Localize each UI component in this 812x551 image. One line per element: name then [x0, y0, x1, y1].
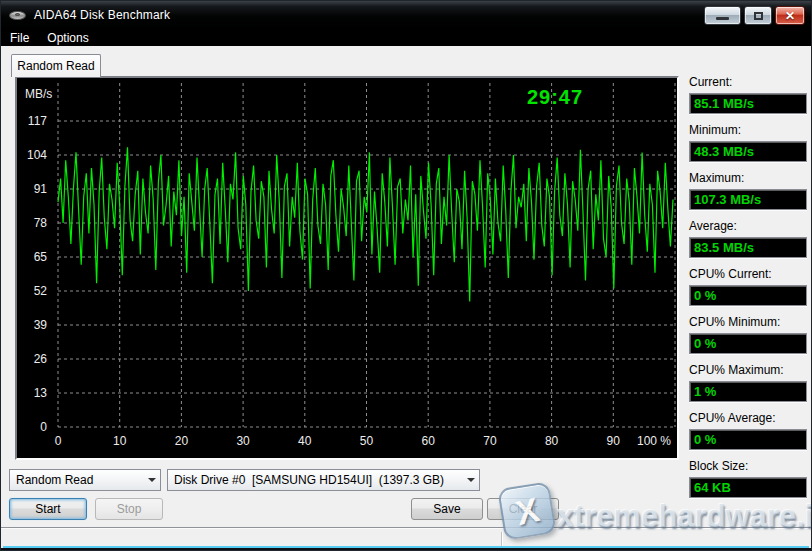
x-axis-tick: 40 [298, 434, 311, 448]
stat-label: CPU% Average: [689, 411, 807, 427]
stat-group: Current:85.1 MB/s [689, 75, 807, 114]
drive-select-dropdown-button[interactable] [462, 470, 479, 490]
stat-group: Average:83.5 MB/s [689, 219, 807, 258]
title-bar: AIDA64 Disk Benchmark ✕ [1, 1, 811, 29]
maximize-icon [754, 12, 763, 20]
stat-group: Block Size:64 KB [689, 459, 807, 498]
stat-label: Average: [689, 219, 807, 235]
y-axis-tick: 91 [17, 182, 47, 196]
x-axis-tick: 10 [113, 434, 126, 448]
stat-value: 83.5 MB/s [689, 237, 807, 258]
app-window: AIDA64 Disk Benchmark ✕ File Options Ran… [0, 0, 812, 551]
disk-icon [9, 8, 27, 22]
benchmark-type-dropdown-button[interactable] [143, 470, 160, 490]
x-axis-tick: 50 [360, 434, 373, 448]
drive-select[interactable]: Disk Drive #0 [SAMSUNG HD154UI] (1397.3 … [167, 469, 480, 491]
chevron-down-icon [148, 478, 156, 482]
y-axis-tick: 78 [17, 216, 47, 230]
x-axis-tick: 90 [607, 434, 620, 448]
stat-group: CPU% Maximum:1 % [689, 363, 807, 402]
maximize-button[interactable] [744, 6, 772, 25]
close-button[interactable]: ✕ [775, 6, 805, 25]
stat-value: 0 % [689, 429, 807, 450]
save-button[interactable]: Save [411, 498, 483, 520]
stat-group: CPU% Average:0 % [689, 411, 807, 450]
close-icon: ✕ [785, 10, 795, 22]
stat-value: 107.3 MB/s [689, 189, 807, 210]
benchmark-type-value: Random Read [16, 473, 143, 487]
x-axis-tick: 20 [175, 434, 188, 448]
y-axis-tick: 39 [17, 318, 47, 332]
y-axis-tick: 13 [17, 386, 47, 400]
stat-value: 0 % [689, 333, 807, 354]
window-controls: ✕ [704, 6, 805, 25]
chart-canvas [17, 78, 677, 458]
stat-label: CPU% Maximum: [689, 363, 807, 379]
tab-random-read[interactable]: Random Read [11, 54, 101, 77]
clear-button[interactable]: Clear [487, 498, 559, 520]
drive-select-value: Disk Drive #0 [SAMSUNG HD154UI] (1397.3 … [174, 473, 462, 487]
stat-group: CPU% Current:0 % [689, 267, 807, 306]
y-axis-tick: 65 [17, 250, 47, 264]
minimize-icon [716, 17, 729, 20]
window-title: AIDA64 Disk Benchmark [34, 8, 170, 22]
start-button[interactable]: Start [9, 498, 87, 520]
elapsed-timer: 29:47 [485, 86, 625, 109]
stat-value: 0 % [689, 285, 807, 306]
menu-item-file[interactable]: File [1, 30, 38, 46]
x-axis-tick: 0 [55, 434, 62, 448]
x-axis-tick: 30 [236, 434, 249, 448]
x-axis-tick: 100 % [637, 434, 671, 448]
minimize-button[interactable] [704, 6, 741, 25]
stat-value: 48.3 MB/s [689, 141, 807, 162]
chart-line [58, 147, 673, 301]
stat-value: 85.1 MB/s [689, 93, 807, 114]
menu-bar: File Options [1, 29, 811, 46]
stop-button[interactable]: Stop [95, 498, 163, 520]
x-axis-tick: 60 [422, 434, 435, 448]
stat-value: 1 % [689, 381, 807, 402]
y-axis-tick: 0 [17, 420, 47, 434]
y-axis-tick: 52 [17, 284, 47, 298]
stat-group: CPU% Minimum:0 % [689, 315, 807, 354]
x-axis-tick: 70 [483, 434, 496, 448]
y-axis-unit-label: MB/s [25, 87, 52, 101]
stat-label: Minimum: [689, 123, 807, 139]
stat-label: Maximum: [689, 171, 807, 187]
benchmark-chart: MB/s 29:47 11710491786552392613001020304… [15, 76, 679, 460]
x-axis-tick: 80 [545, 434, 558, 448]
status-bar-section-divider [501, 532, 502, 546]
stat-group: Minimum:48.3 MB/s [689, 123, 807, 162]
benchmark-type-select[interactable]: Random Read [9, 469, 161, 491]
stat-group: Maximum:107.3 MB/s [689, 171, 807, 210]
stat-label: Block Size: [689, 459, 807, 475]
y-axis-tick: 26 [17, 352, 47, 366]
stat-label: CPU% Minimum: [689, 315, 807, 331]
y-axis-tick: 104 [17, 148, 47, 162]
stat-label: Current: [689, 75, 807, 91]
chevron-down-icon [467, 478, 475, 482]
menu-item-options[interactable]: Options [38, 30, 97, 46]
y-axis-tick: 117 [17, 114, 47, 128]
stat-value: 64 KB [689, 477, 807, 498]
stats-panel: Current:85.1 MB/sMinimum:48.3 MB/sMaximu… [689, 75, 807, 507]
stat-label: CPU% Current: [689, 267, 807, 283]
